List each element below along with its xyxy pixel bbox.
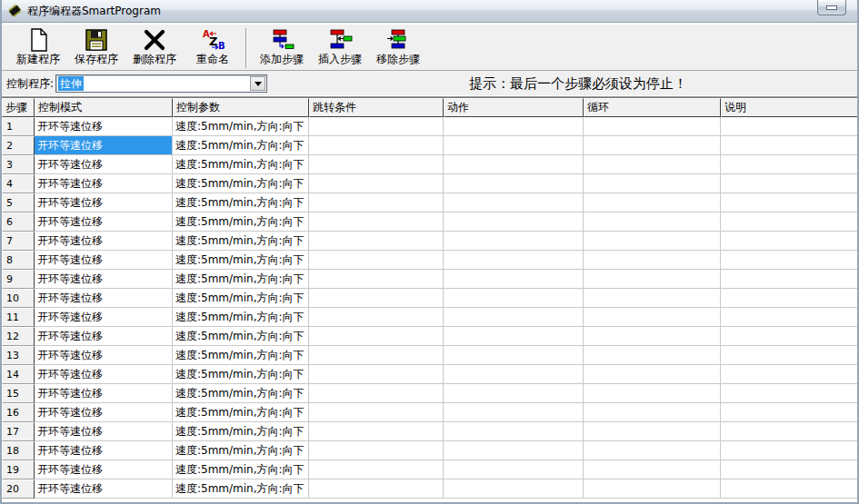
grid-cell[interactable]: 速度:5mm/min,方向:向下 (173, 117, 309, 136)
grid-cell[interactable]: 速度:5mm/min,方向:向下 (173, 136, 309, 155)
grid-cell[interactable] (584, 136, 721, 155)
grid-cell[interactable] (444, 460, 584, 479)
grid-cell[interactable] (721, 174, 857, 193)
grid-cell[interactable]: 开环等速位移 (35, 232, 173, 251)
grid-cell[interactable] (444, 232, 584, 251)
grid-cell[interactable] (721, 327, 857, 346)
row-number-cell[interactable]: 2 (2, 136, 35, 155)
grid-cell[interactable] (309, 441, 444, 460)
grid-cell[interactable] (309, 174, 444, 193)
column-header[interactable]: 控制模式 (35, 98, 173, 117)
grid-cell[interactable] (444, 346, 584, 365)
grid-cell[interactable]: 开环等速位移 (35, 251, 173, 270)
grid-cell[interactable] (309, 479, 444, 499)
grid-cell[interactable]: 速度:5mm/min,方向:向下 (173, 422, 309, 441)
row-number-cell[interactable]: 4 (2, 174, 35, 193)
grid-cell[interactable] (721, 384, 857, 403)
grid-cell[interactable] (444, 479, 584, 499)
grid-cell[interactable] (584, 460, 721, 479)
grid-cell[interactable] (721, 155, 857, 174)
row-number-cell[interactable]: 11 (2, 308, 35, 327)
row-number-cell[interactable]: 17 (2, 422, 35, 441)
grid-cell[interactable] (444, 365, 584, 384)
grid-cell[interactable] (444, 136, 584, 155)
column-header[interactable]: 控制参数 (173, 98, 309, 117)
grid-cell[interactable] (309, 212, 444, 232)
grid-cell[interactable]: 开环等速位移 (35, 422, 173, 441)
column-header[interactable]: 动作 (444, 98, 584, 117)
grid-cell[interactable]: 开环等速位移 (35, 308, 173, 327)
grid-cell[interactable]: 速度:5mm/min,方向:向下 (173, 365, 309, 384)
grid-cell[interactable] (721, 479, 857, 499)
grid-cell[interactable] (444, 422, 584, 441)
grid-cell[interactable] (444, 193, 584, 212)
grid-cell[interactable] (309, 384, 444, 403)
grid-cell[interactable] (584, 422, 721, 441)
grid-cell[interactable]: 开环等速位移 (35, 270, 173, 289)
row-number-cell[interactable]: 12 (2, 327, 35, 346)
grid-cell[interactable] (721, 308, 857, 327)
grid-cell[interactable] (444, 403, 584, 422)
grid-cell[interactable] (584, 117, 721, 136)
grid-cell[interactable] (309, 117, 444, 136)
grid-cell[interactable] (309, 422, 444, 441)
grid-cell[interactable] (444, 441, 584, 460)
combo-dropdown-button[interactable] (250, 76, 265, 91)
grid-cell[interactable] (309, 346, 444, 365)
grid-cell[interactable]: 开环等速位移 (35, 136, 173, 155)
grid-cell[interactable] (584, 289, 721, 308)
row-number-cell[interactable]: 8 (2, 251, 35, 270)
row-number-cell[interactable]: 13 (2, 346, 35, 365)
row-number-cell[interactable]: 14 (2, 365, 35, 384)
grid-cell[interactable] (584, 270, 721, 289)
grid-cell[interactable] (721, 251, 857, 270)
grid-cell[interactable] (721, 193, 857, 212)
grid-cell[interactable]: 开环等速位移 (35, 403, 173, 422)
grid-cell[interactable]: 开环等速位移 (35, 174, 173, 193)
grid-cell[interactable] (309, 327, 444, 346)
row-number-cell[interactable]: 18 (2, 441, 35, 460)
grid-cell[interactable] (309, 193, 444, 212)
grid-cell[interactable] (444, 289, 584, 308)
grid-cell[interactable] (444, 212, 584, 232)
delete-program-button[interactable]: 删除程序 (125, 26, 184, 69)
grid-cell[interactable] (584, 441, 721, 460)
grid-cell[interactable] (721, 289, 857, 308)
insert-step-button[interactable]: 插入步骤 (311, 26, 369, 69)
grid-cell[interactable] (584, 232, 721, 251)
column-header[interactable]: 循环 (584, 98, 721, 117)
new-program-button[interactable]: 新建程序 (9, 26, 67, 69)
grid-cell[interactable] (584, 251, 721, 270)
grid-cell[interactable] (444, 270, 584, 289)
row-number-cell[interactable]: 10 (2, 289, 35, 308)
row-number-cell[interactable]: 7 (2, 232, 35, 251)
row-number-cell[interactable]: 15 (2, 384, 35, 403)
grid-cell[interactable] (309, 232, 444, 251)
grid-cell[interactable] (584, 365, 721, 384)
grid-cell[interactable]: 速度:5mm/min,方向:向下 (173, 327, 309, 346)
grid-cell[interactable]: 开环等速位移 (35, 193, 173, 212)
rename-button[interactable]: A Z B 重命名 (184, 26, 242, 69)
row-number-cell[interactable]: 5 (2, 193, 35, 212)
row-number-cell[interactable]: 16 (2, 403, 35, 422)
grid-cell[interactable]: 速度:5mm/min,方向:向下 (173, 251, 309, 270)
grid-cell[interactable]: 开环等速位移 (35, 384, 173, 403)
grid-cell[interactable]: 速度:5mm/min,方向:向下 (173, 403, 309, 422)
grid-cell[interactable] (721, 136, 857, 155)
grid-cell[interactable] (721, 270, 857, 289)
grid-cell[interactable] (309, 403, 444, 422)
add-step-button[interactable]: 添加步骤 (253, 26, 311, 69)
grid-cell[interactable]: 速度:5mm/min,方向:向下 (173, 174, 309, 193)
grid-cell[interactable] (444, 117, 584, 136)
grid-cell[interactable] (584, 403, 721, 422)
grid-cell[interactable] (309, 460, 444, 479)
grid-cell[interactable]: 开环等速位移 (35, 460, 173, 479)
grid-cell[interactable]: 开环等速位移 (35, 365, 173, 384)
column-header[interactable]: 跳转条件 (309, 98, 444, 117)
grid-cell[interactable] (721, 403, 857, 422)
grid-cell[interactable] (721, 346, 857, 365)
grid-cell[interactable]: 开环等速位移 (35, 289, 173, 308)
save-program-button[interactable]: 保存程序 (67, 26, 125, 69)
grid-cell[interactable]: 速度:5mm/min,方向:向下 (173, 384, 309, 403)
grid-cell[interactable] (721, 212, 857, 232)
